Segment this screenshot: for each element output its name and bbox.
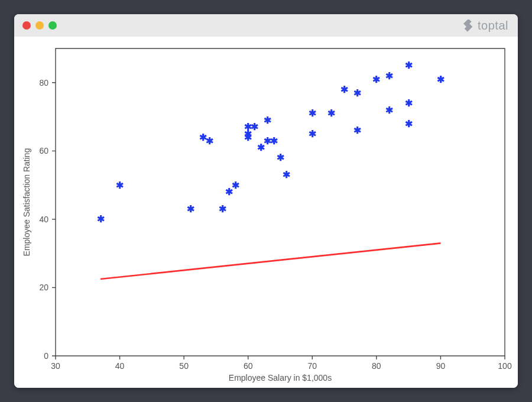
x-tick-label: 60 — [244, 361, 253, 371]
y-tick-label: 80 — [39, 78, 48, 87]
data-point: ✱ — [405, 119, 413, 129]
x-tick-label: 30 — [51, 361, 60, 371]
data-point: ✱ — [405, 98, 413, 108]
x-tick-label: 80 — [372, 361, 381, 371]
data-point: ✱ — [232, 180, 239, 190]
y-axis-label: Employee Satisfaction Rating — [22, 148, 31, 257]
data-point: ✱ — [372, 74, 380, 85]
maximize-icon[interactable] — [48, 21, 57, 30]
data-point: ✱ — [116, 180, 124, 190]
x-tick-label: 50 — [179, 361, 189, 371]
data-point: ✱ — [187, 204, 194, 214]
y-tick-label: 0 — [44, 351, 48, 361]
data-point: ✱ — [309, 129, 316, 139]
x-tick-label: 40 — [115, 361, 125, 371]
app-window: toptal 30405060708090100020406080Employe… — [14, 14, 518, 388]
regression-line — [100, 243, 440, 279]
close-icon[interactable] — [22, 21, 31, 30]
data-point: ✱ — [353, 125, 361, 135]
minimize-icon[interactable] — [35, 21, 44, 30]
chart: 30405060708090100020406080Employee Salar… — [14, 37, 518, 388]
data-point: ✱ — [277, 153, 284, 163]
x-tick-label: 70 — [307, 361, 317, 371]
window-controls — [22, 21, 57, 30]
toptal-logo-icon — [463, 20, 474, 33]
data-point: ✱ — [264, 115, 271, 125]
data-point: ✱ — [309, 108, 316, 118]
data-point: ✱ — [283, 170, 290, 180]
brand-logo: toptal — [463, 19, 508, 33]
data-point: ✱ — [340, 85, 348, 95]
data-point: ✱ — [251, 122, 258, 132]
x-tick-label: 90 — [436, 361, 446, 371]
data-point: ✱ — [219, 204, 226, 214]
data-point: ✱ — [97, 214, 105, 224]
data-point: ✱ — [327, 108, 335, 118]
y-tick-label: 40 — [39, 215, 48, 224]
data-point: ✱ — [437, 74, 445, 85]
titlebar: toptal — [14, 14, 518, 37]
x-tick-label: 100 — [498, 361, 512, 371]
x-axis-label: Employee Salary in $1,000s — [229, 373, 332, 382]
data-point: ✱ — [270, 136, 278, 146]
data-point: ✱ — [405, 60, 413, 70]
data-point: ✱ — [385, 105, 393, 115]
brand-name: toptal — [478, 19, 508, 33]
data-point: ✱ — [353, 88, 361, 98]
data-point: ✱ — [385, 71, 393, 81]
y-tick-label: 60 — [39, 146, 48, 155]
y-tick-label: 20 — [39, 283, 48, 292]
axis-box — [56, 48, 505, 356]
chart-svg: 30405060708090100020406080Employee Salar… — [14, 37, 518, 388]
data-point: ✱ — [206, 136, 213, 146]
